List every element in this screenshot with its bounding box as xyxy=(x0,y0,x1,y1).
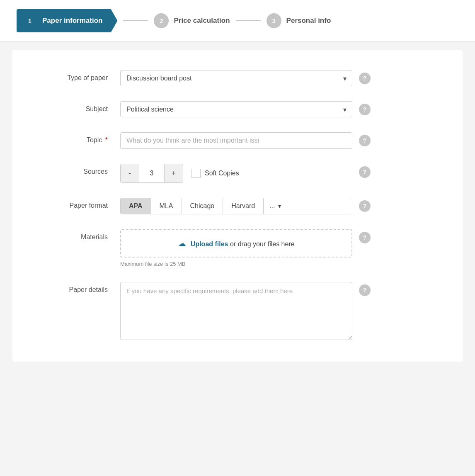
subject-help-icon[interactable]: ? xyxy=(359,104,371,115)
paper-format-tabs: APA MLA Chicago Harvard ... xyxy=(120,198,352,214)
soft-copies-label: Soft Copies xyxy=(205,170,239,177)
topic-label: Topic * xyxy=(29,132,120,144)
type-of-paper-select[interactable]: Discussion board post Essay Research Pap… xyxy=(120,70,352,86)
paper-details-textarea[interactable] xyxy=(120,282,352,340)
step-3-circle: 3 xyxy=(267,13,281,28)
sources-stepper: - 3 + Soft Copies xyxy=(120,164,352,183)
topic-row: Topic * ? xyxy=(12,125,463,156)
step-1-label: Paper information xyxy=(42,17,102,25)
type-of-paper-row: Type of paper Discussion board post Essa… xyxy=(12,63,463,94)
stepper-header: 1 Paper information 2 Price calculation … xyxy=(0,0,475,42)
upload-link[interactable]: Upload files xyxy=(191,240,228,248)
sources-value: 3 xyxy=(139,164,164,183)
step-1-circle: 1 xyxy=(22,13,37,28)
step-3[interactable]: 3 Personal info xyxy=(267,13,331,28)
format-tab-more[interactable]: ... xyxy=(264,198,352,214)
format-tab-more-label: ... xyxy=(269,202,275,210)
paper-details-label: Paper details xyxy=(29,282,120,294)
topic-required-star: * xyxy=(103,136,108,143)
topic-help-icon[interactable]: ? xyxy=(359,135,371,146)
format-tab-apa[interactable]: APA xyxy=(121,198,151,214)
subject-select[interactable]: Political science History Literature Bus… xyxy=(120,101,352,117)
paper-details-help-icon[interactable]: ? xyxy=(359,284,371,296)
paper-format-row: Paper format APA MLA Chicago Harvard ...… xyxy=(12,190,463,222)
type-of-paper-label: Type of paper xyxy=(29,70,120,82)
sources-help-icon[interactable]: ? xyxy=(359,166,371,178)
upload-area[interactable]: ☁ Upload files or drag your files here xyxy=(120,229,352,257)
sources-label: Sources xyxy=(29,164,120,175)
paper-details-control xyxy=(120,282,352,342)
paper-format-help-icon[interactable]: ? xyxy=(359,200,371,212)
sources-control: - 3 + Soft Copies xyxy=(120,164,352,183)
step-2[interactable]: 2 Price calculation xyxy=(154,13,230,28)
paper-details-row: Paper details ? xyxy=(12,274,463,349)
step-2-label: Price calculation xyxy=(174,17,230,25)
type-of-paper-select-wrapper: Discussion board post Essay Research Pap… xyxy=(120,70,352,86)
materials-label: Materials xyxy=(29,229,120,241)
topic-control xyxy=(120,132,352,149)
type-of-paper-control: Discussion board post Essay Research Pap… xyxy=(120,70,352,86)
soft-copies-wrapper: Soft Copies xyxy=(191,169,239,178)
sources-row: Sources - 3 + Soft Copies ? xyxy=(12,156,463,190)
step-connector-2-3 xyxy=(236,20,261,21)
topic-input[interactable] xyxy=(120,132,352,149)
subject-row: Subject Political science History Litera… xyxy=(12,94,463,125)
subject-control: Political science History Literature Bus… xyxy=(120,101,352,117)
materials-help-icon[interactable]: ? xyxy=(359,232,371,243)
max-file-size-text: Maximum file size is 25 MB xyxy=(120,261,352,267)
paper-format-control: APA MLA Chicago Harvard ... xyxy=(120,198,352,214)
form-container: Type of paper Discussion board post Essa… xyxy=(12,50,463,362)
materials-row: Materials ☁ Upload files or drag your fi… xyxy=(12,222,463,274)
subject-label: Subject xyxy=(29,101,120,113)
paper-format-label: Paper format xyxy=(29,198,120,209)
sources-increment-button[interactable]: + xyxy=(164,164,183,183)
subject-select-wrapper: Political science History Literature Bus… xyxy=(120,101,352,117)
step-1[interactable]: 1 Paper information xyxy=(17,9,117,32)
upload-drag-text: or drag your files here xyxy=(230,240,295,248)
step-connector-1-2 xyxy=(123,20,148,21)
format-tab-mla[interactable]: MLA xyxy=(151,198,182,214)
step-3-label: Personal info xyxy=(286,17,331,25)
type-of-paper-help-icon[interactable]: ? xyxy=(359,73,371,84)
format-tab-harvard[interactable]: Harvard xyxy=(223,198,264,214)
upload-cloud-icon: ☁ xyxy=(178,239,186,248)
step-2-circle: 2 xyxy=(154,13,169,28)
soft-copies-checkbox[interactable] xyxy=(191,169,201,178)
materials-control: ☁ Upload files or drag your files here M… xyxy=(120,229,352,267)
sources-decrement-button[interactable]: - xyxy=(120,164,139,183)
format-tab-chicago[interactable]: Chicago xyxy=(182,198,223,214)
